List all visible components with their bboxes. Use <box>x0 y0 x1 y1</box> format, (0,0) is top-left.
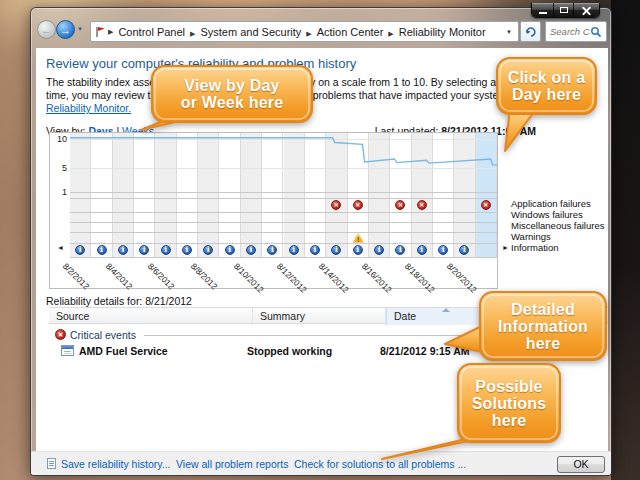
info-event-icon[interactable]: i <box>289 245 299 255</box>
chart-day-column[interactable] <box>177 133 198 257</box>
crumb-separator-icon: ▶ <box>304 30 313 37</box>
info-event-icon[interactable]: i <box>118 245 128 255</box>
row-divider <box>70 232 497 233</box>
chart-day-column[interactable] <box>219 133 240 257</box>
chart-plot[interactable]: ✕✕✕✕✕!iiiiiiiiiiiiiiiiiii8/2/20128/4/201… <box>70 133 497 290</box>
row-divider <box>70 212 497 213</box>
background-dark-strip <box>611 0 640 480</box>
address-bar[interactable]: ▶ Control Panel▶System and Security▶Acti… <box>90 21 519 42</box>
chart-day-column[interactable] <box>198 133 219 257</box>
breadcrumb: Control Panel▶System and Security▶Action… <box>115 26 488 38</box>
breadcrumb-item[interactable]: Reliability Monitor <box>396 26 489 38</box>
back-button[interactable]: ← <box>37 20 56 39</box>
x-axis-date-label: 8/6/2012 <box>146 261 176 291</box>
close-icon <box>581 5 592 16</box>
chart-day-column[interactable] <box>155 133 176 257</box>
row-divider <box>70 192 497 193</box>
y-axis-tick-label: 5 <box>50 163 67 173</box>
x-axis-date-label: 8/18/2012 <box>403 261 437 295</box>
refresh-button[interactable] <box>520 21 541 42</box>
chart-day-column[interactable] <box>134 133 155 257</box>
info-event-icon[interactable]: i <box>97 245 107 255</box>
chart-day-column[interactable] <box>70 133 91 257</box>
window-controls <box>531 3 600 18</box>
x-axis-date-label: 8/12/2012 <box>274 261 308 295</box>
save-icon <box>47 458 56 469</box>
info-event-icon[interactable]: i <box>182 245 192 255</box>
info-event-icon[interactable]: i <box>310 245 320 255</box>
back-icon: ← <box>41 24 52 36</box>
row-divider <box>70 222 497 223</box>
x-axis-date-label: 8/4/2012 <box>104 261 134 291</box>
chart-day-column[interactable] <box>454 133 475 257</box>
crumb-separator-icon: ▶ <box>386 30 395 37</box>
info-event-icon[interactable]: i <box>353 245 363 255</box>
callout-detailed-info: Detailed Information here <box>438 286 610 366</box>
minimize-button[interactable] <box>532 3 554 17</box>
critical-events-group-label[interactable]: Critical events <box>70 329 136 341</box>
maximize-button[interactable] <box>554 3 574 17</box>
chart-scroll-right-icon[interactable]: ► <box>502 244 509 251</box>
callout-solutions-text: Possible Solutions here <box>458 364 560 442</box>
callout-click-day: Click on a Day here <box>488 52 603 157</box>
chart-day-column[interactable] <box>390 133 411 257</box>
history-dropdown-icon[interactable]: ▼ <box>77 26 83 32</box>
event-source: AMD Fuel Service <box>79 345 168 357</box>
action-center-flag-icon <box>95 26 106 38</box>
x-axis-date-label: 8/10/2012 <box>232 261 266 295</box>
chart-day-column[interactable] <box>113 133 134 257</box>
chart-day-column[interactable] <box>284 133 305 257</box>
ok-button[interactable]: OK <box>557 456 605 473</box>
chart-day-column[interactable] <box>305 133 326 257</box>
callout-view-by-text: View by Day or Week here <box>152 66 312 122</box>
view-reports-link[interactable]: View all problem reports <box>176 458 288 470</box>
row-divider <box>70 198 497 199</box>
save-history-link[interactable]: Save reliability history... <box>61 458 171 470</box>
callout-click-day-text: Click on a Day here <box>497 58 596 114</box>
breadcrumb-item[interactable]: System and Security <box>197 26 304 38</box>
stability-chart[interactable]: 1051 ✕✕✕✕✕!iiiiiiiiiiiiiiiiiii8/2/20128/… <box>49 132 498 289</box>
info-event-icon[interactable]: i <box>225 245 235 255</box>
details-title: Reliability details for: 8/21/2012 <box>46 295 192 307</box>
y-axis-tick-label: 1 <box>50 187 67 197</box>
chart-day-column[interactable] <box>91 133 112 257</box>
x-axis-date-label: 8/8/2012 <box>189 261 219 291</box>
breadcrumb-item[interactable]: Action Center <box>314 26 387 38</box>
error-event-icon[interactable]: ✕ <box>417 200 427 210</box>
chart-legend: Application failuresWindows failuresMisc… <box>511 198 604 253</box>
search-box <box>545 21 607 42</box>
callout-solutions: Possible Solutions here <box>368 358 564 464</box>
address-dropdown-icon[interactable]: ▼ <box>506 29 514 35</box>
event-summary: Stopped working <box>247 345 332 357</box>
application-icon <box>61 345 74 356</box>
info-event-icon[interactable]: i <box>417 245 427 255</box>
x-axis-date-label: 8/16/2012 <box>360 261 394 295</box>
search-icon[interactable] <box>590 26 602 38</box>
column-header-summary[interactable]: Summary <box>253 308 386 325</box>
row-divider <box>70 243 497 244</box>
chart-day-column[interactable] <box>433 133 454 257</box>
breadcrumb-item[interactable]: Control Panel <box>115 26 188 38</box>
error-event-icon[interactable]: ✕ <box>481 200 491 210</box>
chart-scroll-left-icon[interactable]: ◄ <box>57 244 64 251</box>
screenshot-root: ← → ▼ ▶ Control Panel▶System and Securit… <box>0 0 640 480</box>
info-event-icon[interactable]: i <box>374 245 384 255</box>
y-axis-tick-label: 10 <box>50 134 67 144</box>
legend-item: Application failures <box>511 198 604 209</box>
error-event-icon[interactable]: ✕ <box>353 200 363 210</box>
forward-button[interactable]: → <box>56 20 75 39</box>
legend-item: Information <box>511 242 604 253</box>
chart-day-column[interactable] <box>412 133 433 257</box>
search-input[interactable] <box>546 26 590 37</box>
column-header-source[interactable]: Source <box>49 308 253 325</box>
chart-day-column[interactable] <box>369 133 390 257</box>
x-axis-date-label: 8/14/2012 <box>317 261 351 295</box>
chart-day-column[interactable] <box>326 133 347 257</box>
chart-day-column[interactable] <box>262 133 283 257</box>
row-divider <box>70 257 497 258</box>
info-event-icon[interactable]: i <box>246 245 256 255</box>
close-button[interactable] <box>574 3 599 17</box>
chart-day-column[interactable] <box>241 133 262 257</box>
info-event-icon[interactable]: i <box>161 245 171 255</box>
crumb-separator-icon: ▶ <box>106 28 115 36</box>
